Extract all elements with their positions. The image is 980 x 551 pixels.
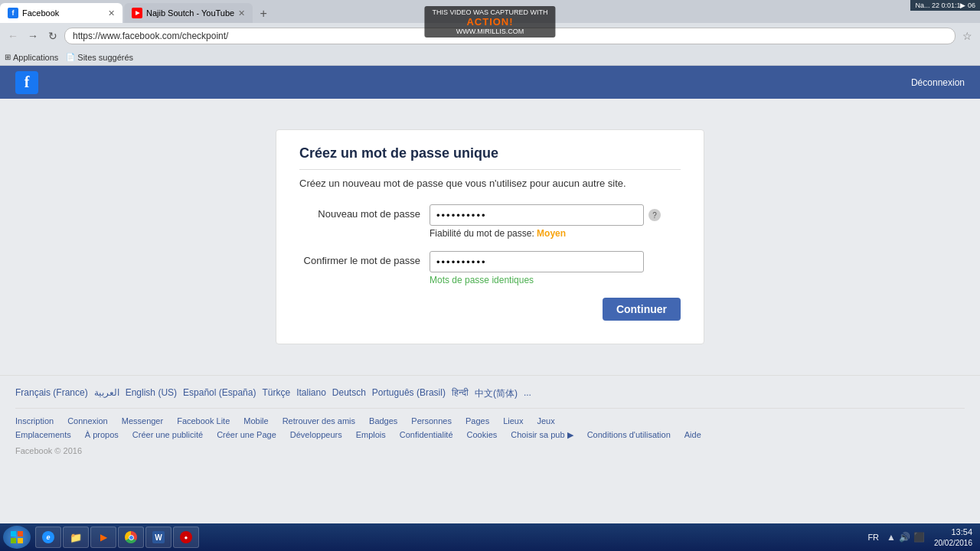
bookmark-star[interactable]: ☆: [959, 28, 975, 44]
lang-en[interactable]: English (US): [126, 387, 177, 400]
taskbar-explorer[interactable]: 📁: [63, 527, 89, 548]
new-password-field-area: ? Fiabilité du mot de passe: Moyen: [430, 204, 681, 239]
tab-facebook[interactable]: f Facebook ✕: [0, 3, 122, 23]
lang-more[interactable]: ...: [524, 387, 531, 400]
confirm-password-row: Confirmer le mot de passe Mots de passe …: [299, 251, 681, 285]
word-icon: W: [152, 531, 165, 543]
refresh-button[interactable]: ↻: [44, 28, 61, 44]
tab-title-facebook: Facebook: [22, 8, 104, 18]
chrome-icon: [125, 531, 137, 543]
new-tab-button[interactable]: +: [254, 5, 273, 23]
facebook-page: f Déconnexion Créez un mot de passe uniq…: [0, 66, 980, 494]
footer-pages[interactable]: Pages: [466, 416, 489, 425]
footer-lieux[interactable]: Lieux: [503, 416, 523, 425]
tab-close-facebook[interactable]: ✕: [108, 8, 115, 18]
action-line2: WWW.MIRILLIS.COM: [432, 28, 547, 35]
footer-apropos[interactable]: À propos: [85, 430, 119, 440]
card-description: Créez un nouveau mot de passe que vous n…: [299, 178, 681, 189]
footer-publicite[interactable]: Créer une publicité: [132, 430, 203, 440]
taskbar-chrome[interactable]: [118, 527, 144, 548]
start-button[interactable]: [3, 526, 31, 549]
taskbar-ie[interactable]: e: [35, 527, 61, 548]
footer-cookies[interactable]: Cookies: [467, 430, 498, 440]
page-icon: 📄: [66, 53, 75, 61]
deconnexion-link[interactable]: Déconnexion: [911, 77, 965, 88]
form-actions: Continuer: [299, 298, 681, 321]
lang-it[interactable]: Italiano: [296, 387, 326, 400]
footer-connexion[interactable]: Connexion: [67, 416, 108, 425]
card-title: Créez un mot de passe unique: [299, 145, 681, 170]
network-icon: ▲: [887, 532, 896, 543]
tab-youtube[interactable]: ▶ Najib Soutch - YouTube ✕: [124, 3, 253, 23]
new-password-label: Nouveau mot de passe: [299, 204, 430, 220]
recording-icon: ●: [180, 531, 192, 543]
taskbar-word[interactable]: W: [145, 527, 172, 548]
footer-emplacements[interactable]: Emplacements: [15, 430, 71, 440]
lang-es[interactable]: Español (España): [183, 387, 256, 400]
svg-rect-0: [11, 531, 16, 536]
clock-area: Na... 22 0:01:1▶ 06: [910, 0, 980, 11]
facebook-footer: Français (France) العربية English (US) E…: [0, 375, 980, 467]
clock-date: 20/02/2016: [934, 538, 972, 548]
bookmark-applications[interactable]: ⊞ Applications: [5, 53, 58, 62]
apps-icon: ⊞: [5, 53, 11, 61]
new-password-input[interactable]: [430, 204, 644, 226]
footer-devs[interactable]: Développeurs: [290, 430, 342, 440]
footer-retrouver[interactable]: Retrouver des amis: [283, 416, 355, 425]
lang-zh[interactable]: 中文(简体): [475, 387, 518, 400]
help-icon[interactable]: ?: [648, 209, 661, 221]
forward-button[interactable]: →: [24, 28, 41, 44]
new-password-row: Nouveau mot de passe ? Fiabilité du mot …: [299, 204, 681, 239]
back-button[interactable]: ←: [5, 28, 21, 44]
footer-jeux[interactable]: Jeux: [537, 416, 554, 425]
footer-aide[interactable]: Aide: [684, 430, 701, 440]
footer-facebook-lite[interactable]: Facebook Lite: [177, 416, 230, 425]
footer-copyright: Facebook © 2016: [15, 446, 965, 455]
password-match-text: Mots de passe identiques: [430, 275, 681, 285]
footer-badges[interactable]: Badges: [369, 416, 397, 425]
action-line1: THIS VIDEO WAS CAPTURED WITH: [432, 8, 547, 16]
bookmark-sites-label: Sites suggérés: [77, 53, 133, 62]
taskbar-right: FR ▲ 🔊 ⬛ 13:54 20/02/2016: [864, 527, 977, 547]
footer-confidentialite[interactable]: Confidentialité: [400, 430, 453, 440]
facebook-header: f Déconnexion: [0, 66, 980, 99]
windows-logo-icon: [10, 530, 24, 544]
lang-ar[interactable]: العربية: [94, 387, 119, 400]
continue-button[interactable]: Continuer: [603, 298, 681, 321]
action-logo: ACTION!: [432, 16, 547, 28]
footer-choisir-pub[interactable]: Choisir sa pub ▶: [511, 430, 573, 440]
taskbar-recording[interactable]: ●: [173, 527, 199, 548]
svg-rect-3: [18, 538, 23, 543]
explorer-icon: 📁: [70, 531, 82, 543]
tab-close-youtube[interactable]: ✕: [238, 8, 245, 18]
footer-inscription[interactable]: Inscription: [15, 416, 54, 425]
clock: 13:54 20/02/2016: [929, 527, 977, 547]
lang-hi[interactable]: हिन्दी: [452, 387, 469, 400]
taskbar-mediaplayer[interactable]: ▶: [90, 527, 116, 548]
footer-mobile[interactable]: Mobile: [243, 416, 268, 425]
footer-personnes[interactable]: Personnes: [411, 416, 452, 425]
strength-value: Moyen: [537, 228, 566, 239]
ie-icon: e: [42, 531, 54, 543]
mediaplayer-icon: ▶: [97, 531, 109, 543]
password-card: Créez un mot de passe unique Créez un no…: [276, 129, 704, 344]
battery-icon: ⬛: [913, 532, 925, 543]
lang-fr[interactable]: Français (France): [15, 387, 88, 400]
facebook-logo: f: [15, 71, 38, 94]
footer-conditions[interactable]: Conditions d'utilisation: [587, 430, 671, 440]
footer-messenger[interactable]: Messenger: [122, 416, 163, 425]
tab-favicon-youtube: ▶: [132, 8, 142, 18]
lang-pt[interactable]: Português (Brasil): [372, 387, 446, 400]
confirm-password-input[interactable]: [430, 251, 644, 272]
lang-de[interactable]: Deutsch: [332, 387, 366, 400]
confirm-password-field-area: Mots de passe identiques: [430, 251, 681, 285]
tab-favicon-facebook: f: [8, 8, 18, 18]
taskbar-language: FR: [864, 533, 882, 542]
bookmark-sites[interactable]: 📄 Sites suggérés: [66, 53, 133, 62]
svg-rect-2: [11, 538, 16, 543]
footer-page[interactable]: Créer une Page: [217, 430, 276, 440]
lang-tr[interactable]: Türkçe: [262, 387, 290, 400]
taskbar: e 📁 ▶ W ● FR ▲ 🔊 ⬛: [0, 523, 980, 551]
speaker-icon: 🔊: [899, 532, 910, 543]
footer-emplois[interactable]: Emplois: [356, 430, 386, 440]
